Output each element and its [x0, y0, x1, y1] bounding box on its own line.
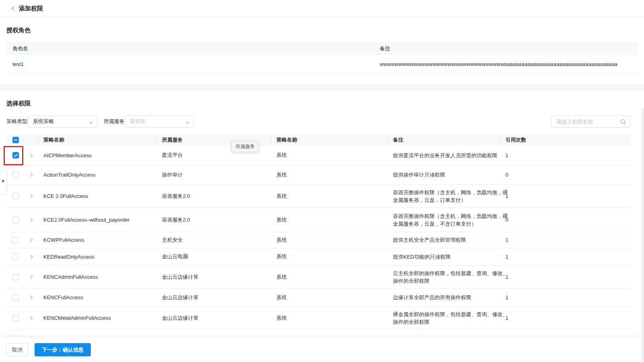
table-row[interactable]: KEDReadOnlyAccess 金山云电脑 系统 提供KED功能的只读权限 … [6, 248, 631, 265]
select-all-checkbox[interactable] [12, 137, 19, 143]
policy-remark: 提供星流平台的业务开发人员所需的功能权限 [393, 146, 510, 165]
table-row[interactable]: KENCFullAccess 金山云边缘计算 系统 边缘计算全部产品的所有操作权… [6, 289, 631, 306]
triangle-right-icon [2, 179, 5, 183]
row-checkbox[interactable] [12, 335, 19, 337]
table-row[interactable]: KENCAdminFullAccess 金山云边缘计算 系统 云主机全部的操作权… [6, 265, 631, 289]
column-divider [500, 137, 500, 142]
row-checkbox[interactable] [12, 315, 19, 321]
row-checkbox[interactable] [12, 193, 19, 200]
column-divider [271, 137, 271, 142]
table-row[interactable]: KENCMetalAdminFullAccess 金山云边缘计算 系统 裸金属全… [6, 306, 631, 330]
cancel-button[interactable]: 取消 [6, 343, 29, 356]
chevron-right-icon [29, 194, 33, 198]
expand-row-button[interactable] [29, 165, 34, 184]
remark-column-header: 备注 [393, 134, 510, 146]
side-drawer-handle[interactable] [0, 168, 7, 194]
policy-type: 系统 [276, 165, 387, 184]
policy-type: 系统 [276, 146, 387, 165]
policy-remark: 提供主机安全产品全部管理权限 [393, 232, 510, 248]
policy-service: 金山云电脑 [162, 248, 270, 265]
policy-refs: 0 [505, 165, 546, 184]
section-divider-band [0, 84, 644, 90]
policy-type: 系统 [276, 289, 387, 306]
policy-refs: 0 [505, 208, 546, 232]
expand-row-button[interactable] [29, 289, 34, 306]
policy-refs: 1 [505, 306, 546, 329]
expand-row-button[interactable] [29, 248, 34, 265]
refs-column-header: 引用次数 [505, 134, 546, 146]
column-divider [387, 137, 388, 142]
policy-service: 金山云边缘计算 [162, 289, 270, 306]
policy-remark: 容器完整操作权限（含主机，网络，负载均衡，裸金属服务器，云盘，不含订单支付） [393, 208, 510, 232]
permission-search-input[interactable] [556, 116, 617, 127]
policy-type: 系统 [276, 185, 387, 208]
top-bar: 添加权限 [0, 0, 644, 17]
expand-row-button[interactable] [29, 265, 34, 288]
policy-name: KEDReadOnlyAccess [43, 248, 156, 265]
role-row: test1 wwwwwwwwwwwwwwwwwwwwwwwwwwwwwwwwwa… [6, 55, 638, 74]
chevron-right-icon [29, 153, 33, 158]
table-row[interactable]: KCWPFullAccess 主机安全 系统 提供主机安全产品全部管理权限 1 [6, 232, 631, 248]
chevron-right-icon [29, 255, 33, 259]
annotation-box-checkbox [4, 146, 23, 165]
role-remark-column-header: 备注 [380, 42, 390, 55]
row-checkbox[interactable] [12, 274, 19, 280]
back-button[interactable] [9, 4, 17, 12]
table-row[interactable]: KCE2.0FullAccess–without_payorder 容器服务2.… [6, 208, 631, 232]
policy-type-value: 系统策略 [33, 118, 54, 125]
column-divider [23, 137, 23, 142]
policy-name: ActionTrailOnlyAccess [43, 165, 156, 184]
expand-row-button[interactable] [29, 146, 34, 165]
service-select[interactable]: 请选择 [125, 115, 194, 128]
row-checkbox[interactable] [12, 237, 19, 243]
policy-service: 操作审计 [162, 165, 270, 184]
chevron-right-icon [29, 295, 33, 300]
column-divider [156, 137, 157, 142]
role-remark-value: wwwwwwwwwwwwwwwwwwwwwwwwwwwwwwwwwaaaaaaa… [380, 55, 617, 73]
row-checkbox[interactable] [12, 217, 19, 223]
next-step-button[interactable]: 下一步：确认信息 [35, 343, 91, 356]
row-checkbox[interactable] [12, 294, 19, 301]
policy-remark: 云主机全部的操作权限，包括新建、查询、修改、操作的全部权限 [393, 265, 510, 288]
policy-type-column-header: 策略名称 [276, 134, 387, 146]
policy-name: KCE2.0FullAccess–without_payorder [43, 208, 156, 232]
page-scrollbar[interactable] [642, 108, 644, 362]
chevron-right-icon [29, 173, 33, 177]
chevron-down-icon [185, 120, 190, 126]
page-title: 添加权限 [19, 5, 43, 12]
policy-type: 系统 [276, 208, 387, 232]
policy-name: KENCFullAccess [43, 289, 156, 306]
permission-table-header: 策略名称 所属服务 策略名称 备注 引用次数 [6, 134, 631, 146]
expand-row-button[interactable] [29, 208, 34, 232]
chevron-right-icon [29, 275, 33, 279]
policy-refs: 1 [505, 185, 546, 208]
chevron-right-icon [29, 316, 33, 320]
footer-action-bar: 取消 下一步：确认信息 [0, 337, 644, 362]
expand-row-button[interactable] [29, 330, 34, 337]
policy-service: 主机安全 [162, 232, 270, 248]
policy-type-select[interactable]: 系统策略 [28, 115, 98, 128]
policy-refs: 1 [505, 232, 546, 248]
table-row[interactable]: AICPMemberAccess 星流平台 系统 提供星流平台的业务开发人员所需… [6, 146, 631, 165]
table-row[interactable]: KCE 2.0FullAccess 容器服务2.0 系统 容器完整操作权限（含主… [6, 185, 631, 208]
expand-row-button[interactable] [29, 185, 34, 208]
row-checkbox[interactable] [12, 253, 19, 260]
search-icon[interactable] [620, 119, 626, 127]
row-checkbox[interactable] [12, 172, 19, 178]
policy-service: 金山云边缘计算 [162, 306, 270, 329]
policy-name-column-header: 策略名称 [43, 134, 156, 146]
permission-search [551, 115, 630, 128]
policy-name: KENCAdminFullAccess [43, 265, 156, 288]
policy-name: KCWPFullAccess [43, 232, 156, 248]
table-row[interactable]: ActionTrailOnlyAccess 操作审计 系统 提供操作审计只读权限… [6, 165, 631, 185]
column-tooltip: 所属服务 [231, 141, 259, 152]
expand-row-button[interactable] [29, 232, 34, 248]
policy-remark: 裸金属全部的操作权限，包括新建、查询、修改、操作的全部权限 [393, 306, 510, 329]
expand-row-button[interactable] [29, 306, 34, 329]
chevron-down-icon [89, 120, 93, 126]
policy-remark: 容器完整操作权限（含主机，网络，负载均衡，裸金属服务器，云盘，订单支付） [393, 185, 510, 208]
role-name-value: test1 [12, 55, 24, 73]
policy-service: 容器服务2.0 [162, 208, 270, 232]
policy-name: KENCMetalAdminFullAccess [43, 306, 156, 329]
role-table: 角色名 备注 test1 wwwwwwwwwwwwwwwwwwwwwwwwwww… [6, 42, 638, 74]
